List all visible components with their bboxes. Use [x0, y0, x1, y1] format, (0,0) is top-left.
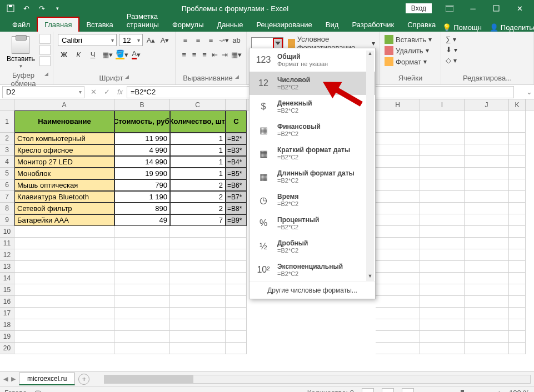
indent-decrease-icon[interactable]: ⇤	[211, 48, 218, 61]
cell[interactable]: =B7*	[226, 191, 247, 203]
align-center-icon[interactable]: ≡	[190, 48, 198, 61]
format-painter-icon[interactable]	[39, 56, 51, 66]
cell[interactable]: =B6*	[226, 179, 247, 191]
col-header-b[interactable]: B	[114, 99, 170, 110]
tab-insert[interactable]: Вставка	[79, 18, 119, 32]
undo-icon[interactable]: ↶	[19, 2, 33, 15]
nf-item-время[interactable]: ◷ Время=B2*C2	[249, 188, 375, 212]
sheet-tab[interactable]: microexcel.ru	[19, 373, 75, 385]
row-header[interactable]: 2	[0, 133, 14, 144]
nf-item-длинный формат даты[interactable]: ▦ Длинный формат даты=B2*C2	[249, 165, 375, 188]
cell[interactable]: 2	[170, 203, 226, 214]
row-header[interactable]: 8	[0, 203, 14, 214]
cell[interactable]: 1	[170, 156, 226, 168]
add-sheet-icon[interactable]: +	[78, 374, 89, 385]
qat-more-icon[interactable]: ▾	[50, 2, 64, 15]
dialog-launcher-icon[interactable]: ◢	[44, 71, 48, 88]
col-header-h[interactable]: H	[376, 99, 420, 110]
zoom-out-icon[interactable]: −	[422, 389, 426, 392]
macro-record-icon[interactable]: ▢	[34, 389, 41, 392]
cell[interactable]: 7	[170, 214, 226, 226]
paste-button[interactable]: Вставить ▼	[4, 34, 37, 71]
row-header[interactable]: 10	[0, 226, 14, 238]
cell[interactable]: Мышь оптическая	[14, 179, 114, 191]
dialog-launcher-icon[interactable]: ◢	[125, 74, 129, 82]
cell[interactable]: 890	[114, 203, 170, 214]
align-left-icon[interactable]: ≡	[180, 48, 188, 61]
expand-formula-icon[interactable]: ⌄	[524, 88, 534, 96]
nf-item-краткий формат даты[interactable]: ▦ Краткий формат даты=B2*C2	[249, 142, 375, 165]
row-header[interactable]: 4	[0, 156, 14, 168]
cell[interactable]: =B5*	[226, 168, 247, 179]
cell[interactable]: =B9*	[226, 214, 247, 226]
decrease-font-icon[interactable]: A▾	[159, 34, 171, 46]
accept-formula-icon[interactable]: ✓	[100, 88, 113, 96]
row-header[interactable]: 9	[0, 214, 14, 226]
font-color-icon[interactable]: A▾	[130, 48, 142, 61]
underline-button[interactable]: Ч	[87, 48, 99, 61]
cell[interactable]: Сетевой фильтр	[14, 203, 114, 214]
minimize-icon[interactable]: ─	[462, 0, 484, 17]
share-button[interactable]: 👤Поделиться	[490, 23, 534, 32]
nf-item-процентный[interactable]: % Процентный=B2*C2	[249, 212, 375, 235]
nf-item-общий[interactable]: 123 ОбщийФормат не указан	[249, 48, 375, 72]
row-header[interactable]: 14	[0, 273, 14, 284]
redo-icon[interactable]: ↷	[34, 2, 49, 15]
row-header[interactable]: 1	[0, 110, 14, 133]
increase-font-icon[interactable]: A▴	[145, 34, 157, 46]
zoom-in-icon[interactable]: +	[497, 389, 502, 392]
cell[interactable]: 49	[114, 214, 170, 226]
cell[interactable]: =B8*	[226, 203, 247, 214]
align-bottom-icon[interactable]: ≡	[206, 34, 216, 46]
table-header[interactable]: С	[226, 110, 247, 133]
border-icon[interactable]: ▦▾	[101, 48, 113, 61]
cancel-formula-icon[interactable]: ✕	[87, 88, 100, 96]
nf-item-финансовый[interactable]: ▦ Финансовый=B2*C2	[249, 118, 375, 142]
font-size-combo[interactable]: 12	[119, 34, 143, 46]
row-header[interactable]: 11	[0, 238, 14, 249]
row-header[interactable]: 18	[0, 319, 14, 331]
delete-cells-button[interactable]: Удалить ▾	[385, 45, 436, 56]
save-icon[interactable]	[3, 2, 18, 15]
cell[interactable]: 19 990	[114, 168, 170, 179]
sheet-nav-next-icon[interactable]: ▶	[11, 375, 16, 383]
row-header[interactable]: 5	[0, 168, 14, 179]
orientation-icon[interactable]: ⤻▾	[218, 34, 229, 46]
horizontal-scrollbar[interactable]	[104, 375, 531, 384]
maximize-icon[interactable]	[485, 0, 507, 17]
select-all-icon[interactable]	[0, 99, 14, 110]
close-icon[interactable]: ✕	[508, 0, 531, 17]
cell[interactable]: 11 990	[114, 133, 170, 144]
row-header[interactable]: 19	[0, 331, 14, 343]
row-header[interactable]: 15	[0, 284, 14, 296]
tab-help[interactable]: Справка	[401, 18, 442, 32]
clear-button[interactable]: ◇ ▾	[446, 55, 529, 66]
table-header[interactable]: Стоимость, руб.	[114, 110, 170, 133]
dialog-launcher-icon[interactable]: ◢	[235, 74, 239, 82]
tab-file[interactable]: Файл	[6, 18, 37, 32]
wrap-text-icon[interactable]: ab	[231, 34, 242, 46]
col-header-k[interactable]: K	[509, 99, 526, 110]
cell[interactable]: 2	[170, 179, 226, 191]
col-header-c[interactable]: C	[170, 99, 226, 110]
cell[interactable]: Монитор 27 LED	[14, 156, 114, 168]
number-format-dropdown-icon[interactable]	[273, 38, 283, 49]
cell[interactable]: Моноблок	[14, 168, 114, 179]
fx-icon[interactable]: fx	[113, 88, 127, 96]
merge-icon[interactable]: ▦▾	[231, 48, 242, 61]
view-pagelayout-icon[interactable]	[382, 388, 394, 393]
table-header[interactable]: Наименование	[14, 110, 114, 133]
cell[interactable]: Клавиатура Bluetooth	[14, 191, 114, 203]
cell[interactable]: Стол компьютерный	[14, 133, 114, 144]
autosum-button[interactable]: ∑ ▾	[446, 34, 529, 44]
tab-formulas[interactable]: Формулы	[166, 18, 211, 32]
cell[interactable]: 14 990	[114, 156, 170, 168]
cell[interactable]: 4 990	[114, 144, 170, 156]
nf-item-дробный[interactable]: ½ Дробный=B2*C2	[249, 235, 375, 258]
cut-icon[interactable]	[39, 34, 51, 44]
tab-review[interactable]: Рецензирование	[249, 18, 318, 32]
tell-me[interactable]: 💡Помощн	[442, 23, 482, 32]
nf-more-formats[interactable]: Другие числовые форматы...	[249, 282, 375, 299]
row-header[interactable]: 12	[0, 249, 14, 261]
tab-developer[interactable]: Разработчик	[345, 18, 401, 32]
